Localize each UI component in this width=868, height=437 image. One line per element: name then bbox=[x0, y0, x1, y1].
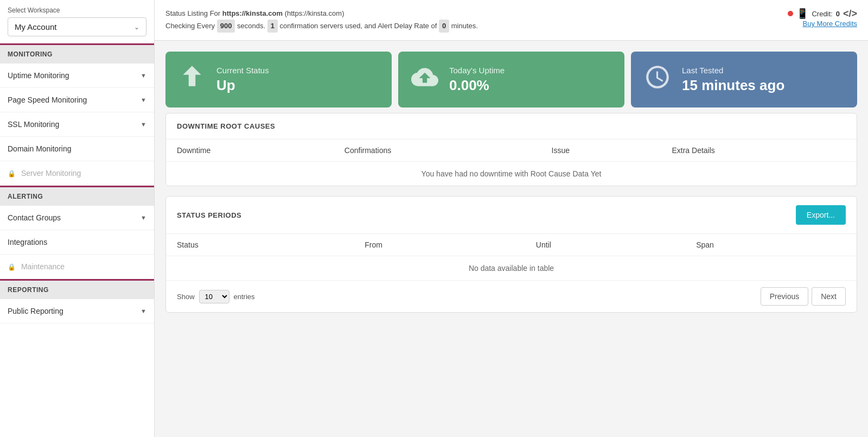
buy-credits-link[interactable]: Buy More Credits bbox=[788, 20, 857, 28]
embed-icon[interactable]: </> bbox=[843, 8, 857, 20]
empty-message: You have had no downtime with Root Cause… bbox=[166, 162, 857, 186]
sidebar-item-maintenance: 🔒 Maintenance bbox=[0, 255, 154, 279]
col-status: Status bbox=[166, 234, 354, 256]
col-confirmations: Confirmations bbox=[334, 140, 541, 162]
sidebar-item-page-speed-monitoring[interactable]: Page Speed Monitoring ▼ bbox=[0, 88, 154, 112]
credit-info: 📱 Credit: 0 </> bbox=[788, 8, 857, 20]
entries-select[interactable]: 10 25 50 100 bbox=[199, 290, 229, 303]
header-right: 📱 Credit: 0 </> Buy More Credits bbox=[788, 8, 857, 28]
chevron-down-icon: ⌄ bbox=[134, 23, 139, 31]
confirmations-value: 1 bbox=[267, 20, 278, 33]
section-header-monitoring: MONITORING bbox=[0, 43, 154, 64]
credit-label: Credit: bbox=[812, 10, 832, 18]
show-label: Show bbox=[177, 293, 195, 301]
top-header: Status Listing For https://kinsta.com (h… bbox=[155, 0, 868, 41]
nav-item-label: Contact Groups bbox=[8, 213, 61, 222]
workspace-selector: Select Workspace My Account ⌄ bbox=[0, 0, 154, 43]
card-value: Up bbox=[216, 77, 269, 94]
col-until: Until bbox=[525, 234, 685, 256]
card-text-todays-uptime: Today's Uptime 0.00% bbox=[449, 66, 505, 94]
monitor-url-paren: (https://kinsta.com) bbox=[285, 9, 344, 17]
chevron-icon: ▼ bbox=[141, 214, 146, 221]
nav-item-label: Integrations bbox=[8, 238, 47, 246]
chevron-icon: ▼ bbox=[141, 97, 146, 103]
status-listing-prefix: Status Listing For bbox=[165, 9, 220, 17]
status-card-current: Current Status Up bbox=[165, 52, 392, 107]
main-content: Status Listing For https://kinsta.com (h… bbox=[155, 0, 868, 437]
col-extra-details: Extra Details bbox=[661, 140, 857, 162]
section-header-reporting: REPORTING bbox=[0, 279, 154, 299]
status-periods-title-row: STATUS PERIODS Export... bbox=[166, 197, 857, 234]
downtime-table: Downtime Confirmations Issue Extra Detai… bbox=[166, 140, 857, 186]
monitor-url-bold: https://kinsta.com bbox=[222, 9, 283, 17]
status-card-uptime: Today's Uptime 0.00% bbox=[398, 52, 624, 107]
table-footer: Show 10 25 50 100 entries Previous Next bbox=[166, 280, 857, 312]
check-interval-suffix: seconds. bbox=[237, 22, 265, 30]
sidebar-item-contact-groups[interactable]: Contact Groups ▼ bbox=[0, 206, 154, 230]
workspace-dropdown[interactable]: My Account ⌄ bbox=[8, 17, 146, 36]
clock-icon bbox=[644, 64, 671, 96]
previous-button[interactable]: Previous bbox=[761, 287, 808, 306]
sidebar-item-ssl-monitoring[interactable]: SSL Monitoring ▼ bbox=[0, 112, 154, 137]
empty-message: No data available in table bbox=[166, 256, 857, 281]
sidebar: Select Workspace My Account ⌄ MONITORING… bbox=[0, 0, 155, 437]
delay-value: 0 bbox=[439, 20, 449, 33]
export-button[interactable]: Export... bbox=[796, 205, 846, 225]
nav-item-label: Maintenance bbox=[21, 262, 65, 271]
nav-item-label: Uptime Monitoring bbox=[8, 71, 69, 80]
section-header-alerting: ALERTING bbox=[0, 186, 154, 206]
nav-item-label: Page Speed Monitoring bbox=[8, 96, 87, 104]
col-span: Span bbox=[685, 234, 857, 256]
status-periods-title: STATUS PERIODS bbox=[177, 211, 241, 219]
check-interval-value: 900 bbox=[217, 20, 235, 33]
up-arrow-icon bbox=[178, 64, 206, 96]
status-periods-section: STATUS PERIODS Export... Status From Unt… bbox=[165, 196, 857, 313]
card-text-current-status: Current Status Up bbox=[216, 66, 269, 94]
sidebar-item-server-monitoring: 🔒 Server Monitoring bbox=[0, 161, 154, 186]
cloud-upload-icon bbox=[411, 64, 438, 96]
lock-icon: 🔒 bbox=[8, 263, 16, 271]
status-dot-red bbox=[788, 11, 793, 16]
card-label: Last Tested bbox=[682, 66, 784, 75]
table-row-empty: You have had no downtime with Root Cause… bbox=[166, 162, 857, 186]
confirmations-label: confirmation servers used, and Alert Del… bbox=[280, 22, 437, 30]
chevron-icon: ▼ bbox=[141, 308, 146, 314]
table-row-empty: No data available in table bbox=[166, 256, 857, 281]
downtime-section: DOWNTIME ROOT CAUSES Downtime Confirmati… bbox=[165, 113, 857, 186]
entries-label: entries bbox=[234, 293, 255, 301]
next-button[interactable]: Next bbox=[812, 287, 846, 306]
status-periods-table: Status From Until Span No data available… bbox=[166, 234, 857, 280]
col-downtime: Downtime bbox=[166, 140, 334, 162]
show-entries: Show 10 25 50 100 entries bbox=[177, 290, 255, 303]
sidebar-item-domain-monitoring[interactable]: Domain Monitoring bbox=[0, 137, 154, 161]
sidebar-item-public-reporting[interactable]: Public Reporting ▼ bbox=[0, 299, 154, 324]
pagination: Previous Next bbox=[761, 287, 846, 306]
status-cards: Current Status Up Today's Uptime 0.00% bbox=[155, 41, 868, 113]
card-text-last-tested: Last Tested 15 minutes ago bbox=[682, 66, 784, 94]
card-label: Current Status bbox=[216, 66, 269, 75]
lock-icon: 🔒 bbox=[8, 170, 16, 178]
nav-item-label: Public Reporting bbox=[8, 307, 63, 315]
sidebar-item-integrations[interactable]: Integrations bbox=[0, 230, 154, 255]
delay-suffix: minutes. bbox=[451, 22, 478, 30]
col-issue: Issue bbox=[541, 140, 661, 162]
header-info: Status Listing For https://kinsta.com (h… bbox=[165, 8, 478, 33]
credit-value: 0 bbox=[836, 10, 840, 18]
chevron-icon: ▼ bbox=[141, 72, 146, 79]
card-label: Today's Uptime bbox=[449, 66, 505, 75]
phone-icon: 📱 bbox=[796, 8, 808, 20]
content-area: DOWNTIME ROOT CAUSES Downtime Confirmati… bbox=[155, 113, 868, 333]
nav-item-label: Domain Monitoring bbox=[8, 144, 72, 153]
nav-item-label: SSL Monitoring bbox=[8, 120, 59, 129]
card-value: 15 minutes ago bbox=[682, 77, 784, 94]
downtime-section-title: DOWNTIME ROOT CAUSES bbox=[166, 113, 857, 140]
card-value: 0.00% bbox=[449, 77, 505, 94]
check-interval-label: Checking Every bbox=[165, 22, 215, 30]
col-from: From bbox=[354, 234, 525, 256]
chevron-icon: ▼ bbox=[141, 121, 146, 128]
sidebar-item-uptime-monitoring[interactable]: Uptime Monitoring ▼ bbox=[0, 64, 154, 88]
status-card-last-tested: Last Tested 15 minutes ago bbox=[631, 52, 857, 107]
workspace-label: Select Workspace bbox=[8, 7, 146, 14]
workspace-name: My Account bbox=[15, 22, 57, 31]
nav-item-label: Server Monitoring bbox=[21, 169, 81, 178]
